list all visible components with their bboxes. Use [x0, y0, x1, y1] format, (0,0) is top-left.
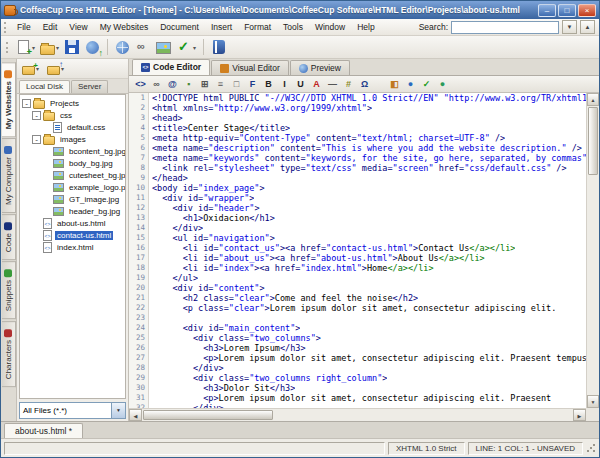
- code-text[interactable]: <html xmlns="http://www.w3.org/1999/xhtm…: [148, 103, 372, 113]
- menu-my-websites[interactable]: My Websites: [94, 20, 155, 34]
- insert-div-icon[interactable]: □: [229, 77, 244, 91]
- file-filter-combobox[interactable]: All Files (*.*): [19, 402, 126, 419]
- tree-item-projects[interactable]: -Projects: [20, 97, 125, 109]
- chevron-down-icon[interactable]: [111, 403, 125, 418]
- code-text[interactable]: <h3>Lorem Ipsum</h3>: [148, 343, 306, 353]
- tab-local-disk[interactable]: Local Disk: [19, 80, 70, 93]
- code-text[interactable]: <head>: [148, 113, 183, 123]
- comment-icon[interactable]: #: [341, 77, 356, 91]
- horizontal-scrollbar[interactable]: [129, 408, 586, 421]
- insert-link-button[interactable]: [133, 37, 153, 58]
- scroll-up-icon[interactable]: [587, 93, 599, 106]
- insert-table-icon[interactable]: ⊞: [197, 77, 212, 91]
- scroll-right-icon[interactable]: [573, 409, 586, 421]
- code-text[interactable]: [148, 313, 152, 323]
- tree-expander-icon[interactable]: -: [22, 99, 31, 108]
- code-text[interactable]: <div class="two_columns">: [148, 333, 321, 343]
- menu-file[interactable]: File: [11, 20, 37, 34]
- underline-icon[interactable]: U: [293, 77, 308, 91]
- code-text[interactable]: <div id="header">: [148, 203, 260, 213]
- tree-item-default-css[interactable]: default.css: [20, 121, 125, 133]
- code-text[interactable]: <div id="content">: [148, 283, 265, 293]
- resize-grip[interactable]: [586, 443, 596, 453]
- code-text[interactable]: <li id="index"><a href="index.html">Home…: [148, 263, 434, 273]
- code-text[interactable]: <h1>Oxidacion</h1>: [148, 213, 275, 223]
- vertical-scroll-thumb[interactable]: [588, 107, 598, 175]
- code-text[interactable]: <li id="contact_us"><a href="contact-us.…: [148, 243, 515, 253]
- vertical-scroll-track[interactable]: [587, 176, 599, 395]
- code-text[interactable]: <meta http-equiv="Content-Type" content=…: [148, 133, 505, 143]
- browser-globe-icon[interactable]: ●: [403, 77, 418, 91]
- code-text[interactable]: <meta name="description" content="This i…: [148, 143, 582, 153]
- open-file-button[interactable]: ▾: [38, 37, 61, 58]
- text-color-icon[interactable]: A: [309, 77, 324, 91]
- tab-preview[interactable]: Preview: [290, 60, 350, 75]
- tree-item-cutesheet-bg-jpg[interactable]: cutesheet_bg.jpg: [20, 169, 125, 181]
- code-text[interactable]: </div>: [148, 223, 203, 233]
- search-next-button[interactable]: [562, 20, 577, 34]
- insert-link-icon[interactable]: ∞: [149, 77, 164, 91]
- insert-list-icon[interactable]: ≡: [213, 77, 228, 91]
- tree-item-example-logo-png[interactable]: example_logo.png: [20, 181, 125, 193]
- sidebar-tab-code[interactable]: Code: [2, 214, 16, 260]
- code-text[interactable]: </head>: [148, 173, 188, 183]
- code-text[interactable]: <div id="main_content">: [148, 323, 300, 333]
- sidebar-tab-my-websites[interactable]: My Websites: [2, 62, 16, 137]
- menu-edit[interactable]: Edit: [37, 20, 64, 34]
- special-char-icon[interactable]: Ω: [357, 77, 372, 91]
- tree-item-contact-us-html[interactable]: contact-us.html: [20, 229, 125, 241]
- validate-check-icon[interactable]: ✓: [419, 77, 434, 91]
- menu-document[interactable]: Document: [154, 20, 205, 34]
- code-text[interactable]: <!DOCTYPE html PUBLIC "-//W3C//DTD XHTML…: [148, 93, 586, 103]
- quick-tag-icon[interactable]: <>: [133, 77, 148, 91]
- code-text[interactable]: </div>: [148, 363, 224, 373]
- validate-button[interactable]: ▾: [174, 37, 198, 58]
- tree-item-images[interactable]: -images: [20, 133, 125, 145]
- scroll-down-icon[interactable]: [587, 395, 599, 408]
- vertical-scrollbar[interactable]: [586, 93, 599, 408]
- scroll-left-icon[interactable]: [129, 409, 142, 421]
- code-text[interactable]: <p>Lorem ipsum dolor sit amet, consectet…: [148, 353, 586, 363]
- menu-format[interactable]: Format: [238, 20, 277, 34]
- tree-item-about-us-html[interactable]: about-us.html: [20, 217, 125, 229]
- horizontal-scroll-thumb[interactable]: [143, 410, 273, 420]
- horizontal-scroll-track[interactable]: [274, 409, 573, 421]
- tree-item-bcontent-bg-jpg[interactable]: bcontent_bg.jpg: [20, 145, 125, 157]
- tab-visual-editor[interactable]: Visual Editor: [211, 60, 289, 75]
- preview-sphere-icon[interactable]: ●: [435, 77, 450, 91]
- code-text[interactable]: <p>Lorem ipsum dolor sit amet, consectet…: [148, 393, 551, 403]
- tree-item-gt-image-jpg[interactable]: GT_image.jpg: [20, 193, 125, 205]
- tree-item-index-html[interactable]: index.html: [20, 241, 125, 253]
- sidebar-tab-my-computer[interactable]: My Computer: [2, 138, 16, 213]
- save-button[interactable]: [62, 37, 82, 58]
- font-icon[interactable]: F: [245, 77, 260, 91]
- publish-button[interactable]: [83, 37, 102, 58]
- code-text[interactable]: <h3>Dolor Sit</h3>: [148, 383, 295, 393]
- tab-server[interactable]: Server: [71, 80, 109, 93]
- code-text[interactable]: <meta name="keywords" content="keywords,…: [148, 153, 586, 163]
- tree-item-header-bg-jpg[interactable]: header_bg.jpg: [20, 205, 125, 217]
- sidebar-tab-characters[interactable]: Characters: [2, 321, 16, 387]
- sidebar-tab-snippets[interactable]: Snippets: [2, 261, 16, 319]
- close-button[interactable]: [578, 4, 596, 17]
- upload-file-button[interactable]: ▾: [45, 58, 66, 79]
- chevron-down-icon[interactable]: ▾: [193, 44, 196, 51]
- bold-icon[interactable]: B: [261, 77, 276, 91]
- code-text[interactable]: <div class="two_columns right_column">: [148, 373, 387, 383]
- minimize-button[interactable]: [538, 4, 556, 17]
- tree-item-body-bg-jpg[interactable]: body_bg.jpg: [20, 157, 125, 169]
- code-text[interactable]: </ul>: [148, 273, 198, 283]
- code-text[interactable]: <h2 class="clear">Come and feel the nois…: [148, 293, 418, 303]
- insert-image-button[interactable]: [154, 37, 173, 58]
- menu-tools[interactable]: Tools: [277, 20, 309, 34]
- preview-browser-button[interactable]: [113, 37, 132, 58]
- code-area[interactable]: 1<!DOCTYPE html PUBLIC "-//W3C//DTD XHTM…: [129, 93, 586, 408]
- insert-email-icon[interactable]: @: [165, 77, 180, 91]
- search-prev-button[interactable]: [580, 20, 595, 34]
- menu-window[interactable]: Window: [309, 20, 351, 34]
- menu-view[interactable]: View: [63, 20, 93, 34]
- help-button[interactable]: [209, 37, 229, 58]
- palette-icon[interactable]: ◧: [387, 77, 402, 91]
- code-text[interactable]: <title>Center Stage</title>: [148, 123, 290, 133]
- file-tree[interactable]: -Projects-cssdefault.css-imagesbcontent_…: [19, 94, 126, 399]
